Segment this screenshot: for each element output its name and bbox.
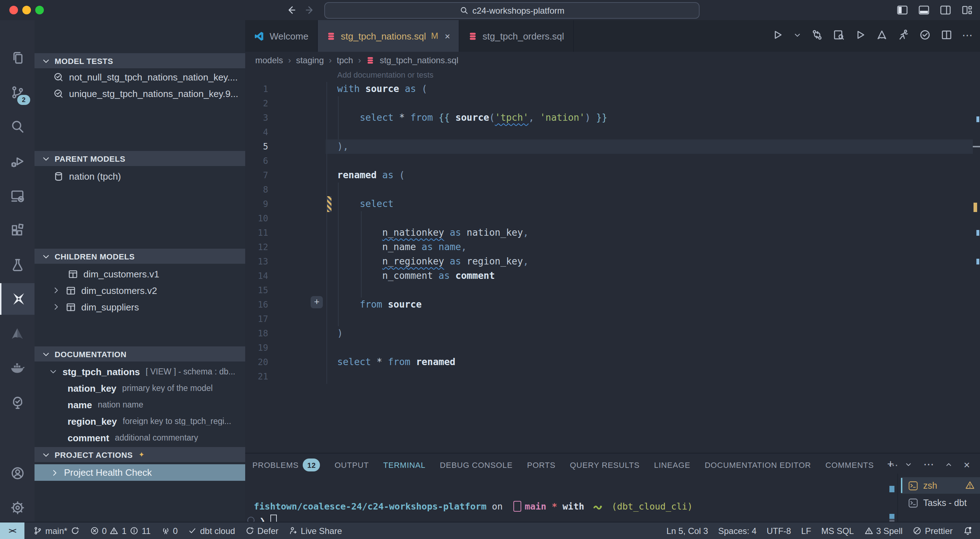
- section-model-tests[interactable]: MODEL TESTS: [35, 53, 245, 68]
- remote-indicator[interactable]: ><: [0, 523, 24, 539]
- spell-status[interactable]: 3 Spell: [864, 526, 902, 536]
- indentation-setting[interactable]: Spaces: 4: [718, 526, 757, 536]
- tab-terminal[interactable]: TERMINAL: [383, 461, 426, 469]
- code-line[interactable]: 8: [245, 183, 980, 197]
- forward-button[interactable]: [302, 2, 318, 18]
- code-line[interactable]: 20select * from renamed: [245, 355, 980, 369]
- test-runner-icon[interactable]: [897, 29, 910, 41]
- code-line[interactable]: 7renamed as (: [245, 168, 980, 183]
- tab-query-results[interactable]: QUERY RESULTS: [570, 461, 640, 469]
- code-line[interactable]: 19: [245, 341, 980, 355]
- code-line[interactable]: 13 n_regionkey as region_key,: [245, 254, 980, 269]
- extensions-icon[interactable]: [0, 214, 35, 246]
- docker-icon[interactable]: [0, 352, 35, 384]
- doc-column-row[interactable]: region_key foreign key to stg_tpch_regi.…: [35, 413, 246, 429]
- code-line[interactable]: 11 n_nationkey as nation_key,: [245, 226, 980, 240]
- search-icon[interactable]: [0, 111, 35, 142]
- panel-more-icon[interactable]: ⋯: [923, 458, 934, 471]
- tab-stg-tpch-orders[interactable]: stg_tpch_orders.sql: [460, 20, 573, 52]
- code-line[interactable]: 1with source as (: [245, 82, 980, 96]
- preview-query-icon[interactable]: [833, 29, 845, 41]
- git-branch-status[interactable]: main*: [33, 526, 80, 536]
- remote-explorer-icon[interactable]: [0, 180, 35, 211]
- eol-setting[interactable]: LF: [801, 526, 811, 536]
- defer-status[interactable]: Defer: [245, 526, 278, 536]
- code-line[interactable]: 12 n_name as name,: [245, 240, 980, 254]
- doc-model-row[interactable]: stg_tpch_nations [ VIEW ] - schema : db.…: [35, 364, 246, 380]
- prettier-status[interactable]: Prettier: [913, 526, 953, 536]
- code-line[interactable]: 15: [245, 283, 980, 297]
- toggle-secondary-sidebar-icon[interactable]: [940, 4, 951, 16]
- section-project-actions[interactable]: PROJECT ACTIONS ✦: [35, 447, 245, 462]
- notifications-bell[interactable]: [963, 526, 973, 536]
- source-control-icon[interactable]: 2: [0, 76, 35, 108]
- encoding-setting[interactable]: UTF-8: [767, 526, 791, 536]
- section-children-models[interactable]: CHILDREN MODELS: [35, 249, 245, 264]
- split-editor-icon[interactable]: [940, 29, 953, 41]
- dbt-logo-icon[interactable]: [0, 318, 35, 349]
- code-line[interactable]: 18): [245, 326, 980, 341]
- ports-status[interactable]: 0: [161, 526, 178, 536]
- run-debug-icon[interactable]: [0, 145, 35, 177]
- child-model-item[interactable]: dim_customers.v1: [35, 266, 246, 282]
- settings-gear-icon[interactable]: [0, 491, 35, 523]
- parent-model-item[interactable]: nation (tpch): [35, 168, 246, 184]
- codelens-add-documentation[interactable]: Add documentation or tests: [337, 70, 434, 79]
- tab-output[interactable]: OUTPUT: [335, 461, 369, 469]
- child-model-item[interactable]: dim_customers.v2: [35, 283, 246, 298]
- section-documentation[interactable]: DOCUMENTATION: [35, 347, 245, 361]
- model-test-item[interactable]: not_null_stg_tpch_nations_nation_key....: [35, 69, 246, 85]
- live-share-status[interactable]: Live Share: [289, 526, 342, 536]
- maximize-traffic-light[interactable]: [35, 6, 44, 14]
- dbt-cloud-status[interactable]: dbt cloud: [188, 526, 235, 536]
- close-tab-icon[interactable]: ×: [445, 30, 450, 41]
- tab-documentation-editor[interactable]: DOCUMENTATION EDITOR: [705, 461, 811, 469]
- code-line[interactable]: 4: [245, 125, 980, 140]
- tab-lineage[interactable]: LINEAGE: [654, 461, 690, 469]
- dbt-power-user-icon[interactable]: [0, 283, 36, 315]
- terminal-dropdown-chevron-icon[interactable]: [905, 460, 912, 468]
- code-line[interactable]: 9 select: [245, 197, 980, 211]
- terminal-list-item-tasks-dbt[interactable]: Tasks - dbt: [901, 494, 980, 511]
- code-line[interactable]: 17: [245, 312, 980, 326]
- code-line[interactable]: 16 from source: [245, 297, 980, 312]
- tab-debug-console[interactable]: DEBUG CONSOLE: [440, 461, 513, 469]
- account-icon[interactable]: [0, 457, 35, 489]
- tab-comments[interactable]: COMMENTS: [826, 461, 874, 469]
- gutter-add-button[interactable]: +: [310, 296, 323, 308]
- run-model-icon[interactable]: [772, 29, 784, 41]
- more-actions-icon[interactable]: ⋯: [962, 31, 973, 38]
- section-parent-models[interactable]: PARENT MODELS: [35, 151, 245, 166]
- execute-icon[interactable]: [854, 29, 866, 41]
- breadcrumb-item[interactable]: staging: [296, 55, 323, 65]
- code-line[interactable]: 21: [245, 369, 980, 384]
- language-mode[interactable]: MS SQL: [821, 526, 854, 536]
- tab-welcome[interactable]: Welcome: [245, 20, 318, 52]
- close-panel-icon[interactable]: ×: [964, 458, 970, 471]
- code-editor[interactable]: Add documentation or tests 1with source …: [245, 69, 980, 453]
- check-circle-icon[interactable]: [919, 29, 931, 41]
- code-line[interactable]: 14 n_comment as comment: [245, 269, 980, 283]
- tree-check-icon[interactable]: [0, 386, 35, 418]
- minimize-traffic-light[interactable]: [22, 6, 31, 14]
- git-compare-icon[interactable]: [811, 29, 823, 41]
- testing-beaker-icon[interactable]: [0, 249, 35, 280]
- gutter-stage-marker[interactable]: [327, 196, 331, 212]
- code-line[interactable]: 3 select * from {{ source('tpch', 'natio…: [245, 111, 980, 125]
- doc-column-row[interactable]: name nation name: [35, 397, 246, 412]
- customize-layout-icon[interactable]: [961, 4, 973, 16]
- code-line[interactable]: 2: [245, 96, 980, 111]
- toggle-sidebar-icon[interactable]: [897, 4, 908, 16]
- toggle-panel-icon[interactable]: [918, 4, 930, 16]
- dbt-docs-icon[interactable]: [876, 29, 888, 41]
- code-line[interactable]: 5),: [245, 140, 980, 154]
- tab-ports[interactable]: PORTS: [527, 461, 555, 469]
- doc-column-row[interactable]: nation_key primary key of the model: [35, 380, 246, 396]
- close-traffic-light[interactable]: [10, 6, 18, 14]
- code-line[interactable]: 10: [245, 211, 980, 226]
- doc-column-row[interactable]: comment additional commentary: [35, 430, 246, 445]
- code-line[interactable]: 6: [245, 154, 980, 168]
- child-model-item[interactable]: dim_suppliers: [35, 299, 246, 315]
- cursor-position[interactable]: Ln 5, Col 3: [667, 526, 708, 536]
- breadcrumb-item[interactable]: tpch: [337, 55, 353, 65]
